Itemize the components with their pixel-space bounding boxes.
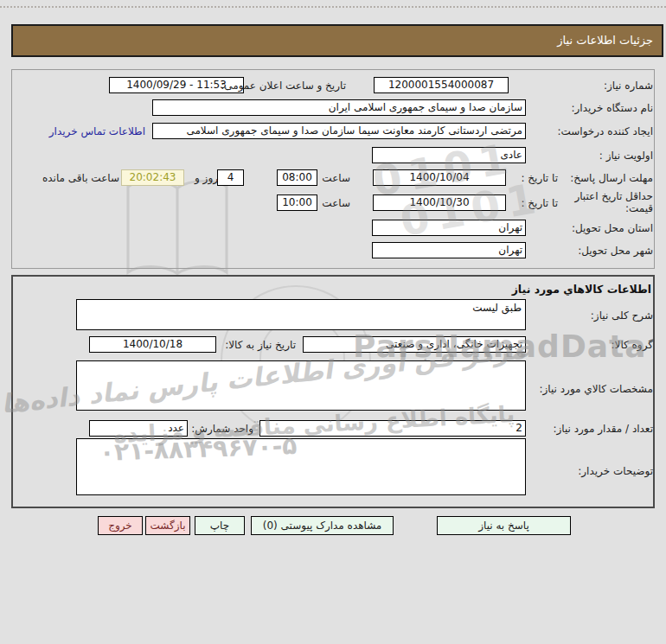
announce-datetime-label: تاریخ و ساعت اعلان عمومی: — [221, 80, 346, 92]
price-validity-label: حداقل تاریخ اعتبار قیمت: — [560, 190, 653, 214]
buyer-notes-label: توضیحات خریدار: — [578, 465, 653, 477]
days-and-label: روز و — [195, 172, 218, 184]
validity-date-field[interactable]: 1400/10/30 — [373, 194, 506, 211]
back-button[interactable]: بازگشت — [145, 516, 190, 535]
delivery-province-label: استان محل تحویل: — [572, 222, 653, 234]
buyer-org-label: نام دستگاه خریدار: — [572, 102, 654, 114]
exit-button[interactable]: خروج — [98, 516, 143, 535]
print-button[interactable]: چاپ — [195, 516, 245, 535]
unit-label: واحد شمارش: — [191, 423, 253, 435]
buyer-contact-link[interactable]: اطلاعات تماس خریدار — [49, 125, 145, 137]
top-divider — [0, 6, 666, 8]
validity-hour-label: ساعت — [322, 197, 350, 209]
general-description-label: شرح کلی نیاز: — [591, 309, 653, 322]
goods-specs-label: مشخصات کالاي مورد نیاز: — [539, 383, 653, 395]
deadline-time-field[interactable]: 08:00 — [277, 169, 317, 186]
reply-to-need-button[interactable]: پاسخ به نیاز — [437, 516, 571, 535]
hours-remaining-label: ساعت باقی مانده — [42, 172, 119, 184]
priority-label: اولویت نیاز : — [599, 150, 653, 162]
delivery-province-field[interactable]: تهران — [372, 220, 526, 236]
deadline-until-label: تا تاریخ : — [521, 172, 558, 184]
general-description-field[interactable]: طبق لیست — [76, 299, 526, 330]
goods-need-date-label: تاریخ نیاز به کالا: — [225, 339, 296, 351]
unit-field[interactable]: عدد — [89, 420, 188, 437]
remaining-days-field[interactable]: 4 — [217, 169, 244, 186]
request-creator-label: ایجاد کننده درخواست: — [557, 125, 653, 137]
priority-field[interactable]: عادی — [372, 147, 526, 163]
reply-deadline-label: مهلت ارسال پاسخ: — [570, 172, 653, 184]
request-creator-field[interactable]: مرتضی اردستانی کارمند معاونت سیما سازمان… — [152, 123, 526, 139]
goods-info-title: اطلاعات کالاهاي مورد نیاز — [512, 283, 651, 296]
deadline-hour-label: ساعت — [322, 172, 350, 184]
goods-specs-field[interactable] — [76, 360, 526, 411]
delivery-city-field[interactable]: تهران — [372, 242, 526, 258]
buyer-notes-field[interactable] — [76, 438, 526, 495]
need-details-page: جزئیات اطلاعات نیاز شماره نیاز: 12000015… — [0, 0, 666, 644]
goods-group-label: گروه کالا: — [612, 339, 654, 351]
countdown-timer: 20:02:43 — [121, 169, 184, 186]
validity-time-field[interactable]: 10:00 — [277, 194, 317, 211]
need-number-label: شماره نیاز: — [604, 80, 653, 92]
quantity-field[interactable]: 2 — [259, 420, 526, 437]
deadline-date-field[interactable]: 1400/10/04 — [373, 169, 506, 186]
quantity-label: تعداد / مقدار مورد نیاز: — [553, 423, 653, 435]
buyer-org-field[interactable]: سازمان صدا و سیمای جمهوری اسلامی ایران — [152, 99, 526, 116]
goods-group-field[interactable]: تجهیزات خانگی، اداری و صنعتی — [303, 336, 526, 353]
need-number-field[interactable]: 1200001554000087 — [374, 77, 509, 93]
view-attachments-button[interactable]: مشاهده مدارک پیوستی (0) — [251, 516, 394, 535]
goods-need-date-field[interactable]: 1400/10/18 — [89, 336, 216, 353]
delivery-city-label: شهر محل تحویل: — [578, 245, 653, 257]
validity-until-label: تا تاریخ : — [521, 197, 558, 209]
page-title: جزئیات اطلاعات نیاز — [11, 24, 663, 57]
